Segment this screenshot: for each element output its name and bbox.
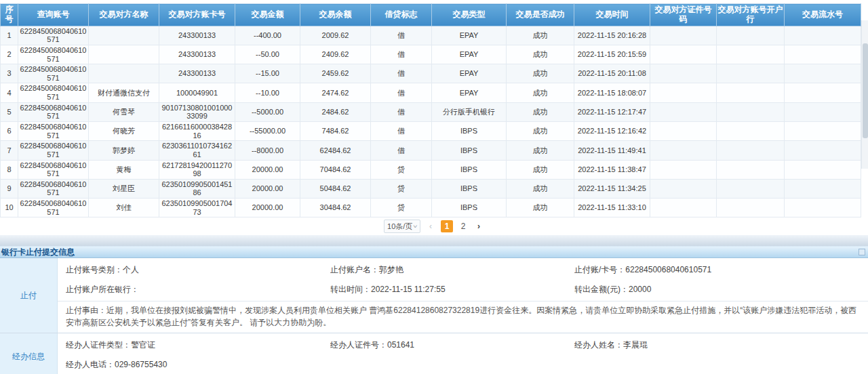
table-cell: 2022-11-15 20:16:28 — [574, 26, 650, 45]
stop-payment-reason-text: 止付事由：近期，我单位在接报刘妮被骗警情中，发现涉案人员利用贵单位相关账户 曹鸿… — [58, 301, 868, 333]
table-cell — [785, 102, 861, 121]
table-cell: 9010713080100100033099 — [159, 102, 235, 121]
table-cell: 成功 — [507, 45, 574, 64]
pagination-bar: 10条/页 ˅ ‹ 1 2 › — [0, 217, 868, 235]
stop-payment-section: 银行卡止付提交信息 止付 止付账号类别：个人 止付账户名：郭梦艳 止付账/卡号：… — [0, 246, 868, 374]
table-cell: 成功 — [507, 83, 574, 102]
field-card-number: 止付账/卡号：6228450068040610571 — [574, 264, 864, 276]
table-cell: 6230361101073416261 — [159, 141, 235, 160]
table-cell: 刘星臣 — [89, 179, 159, 198]
page-button-1[interactable]: 1 — [441, 220, 453, 232]
table-row[interactable]: 36228450068040610571243300133--15.002459… — [1, 64, 861, 83]
column-header: 序号 — [1, 4, 18, 26]
table-cell: 30484.62 — [300, 199, 371, 217]
table-cell: 何晓芳 — [89, 122, 159, 141]
table-row[interactable]: 56228450068040610571何雪琴90107130801001000… — [1, 102, 861, 121]
table-cell — [785, 45, 861, 64]
page-size-select[interactable]: 10条/页 ˅ — [384, 220, 420, 233]
table-cell: 贷 — [371, 160, 432, 179]
column-header: 交易类型 — [432, 4, 507, 26]
column-header: 查询账号 — [18, 4, 89, 26]
table-cell: 6228450068040610571 — [18, 64, 89, 83]
table-cell: 成功 — [507, 26, 574, 45]
table-cell: 分行版手机银行 — [432, 102, 507, 121]
transactions-table: 序号查询账号交易对方名称交易对方账卡号交易金额交易余额借贷标志交易类型交易是否成… — [0, 3, 861, 217]
table-row[interactable]: 16228450068040610571243300133--400.00200… — [1, 26, 861, 45]
table-cell — [785, 64, 861, 83]
table-cell: --8000.00 — [235, 141, 300, 160]
field-agent-phone: 经办人电话：029-86755430 — [66, 359, 330, 371]
table-cell: --15.00 — [235, 64, 300, 83]
stop-payment-body: 止付 止付账号类别：个人 止付账户名：郭梦艳 止付账/卡号：6228450068… — [0, 258, 868, 374]
table-row[interactable]: 106228450068040610571刘佳62350109905001704… — [1, 199, 861, 217]
table-cell — [650, 64, 717, 83]
table-cell: IBPS — [432, 199, 507, 217]
table-cell: 6228450068040610571 — [18, 160, 89, 179]
table-cell: 2484.62 — [300, 102, 371, 121]
table-cell: IBPS — [432, 179, 507, 198]
table-cell: 1 — [1, 26, 18, 45]
table-cell: 2022-11-15 12:17:47 — [574, 102, 650, 121]
table-cell: 2022-11-15 18:08:07 — [574, 83, 650, 102]
table-cell: 2022-11-15 11:34:25 — [574, 179, 650, 198]
table-cell: 成功 — [507, 160, 574, 179]
table-cell: 6 — [1, 122, 18, 141]
table-row[interactable]: 96228450068040610571刘星臣62350109905001451… — [1, 179, 861, 198]
table-row[interactable]: 66228450068040610571何晓芳62166116000038428… — [1, 122, 861, 141]
table-cell — [717, 45, 785, 64]
table-cell: 2 — [1, 45, 18, 64]
page-button-2[interactable]: 2 — [458, 220, 469, 232]
table-cell: 借 — [371, 26, 432, 45]
agent-info-group-label: 经办信息 — [0, 333, 58, 374]
table-cell — [650, 26, 717, 45]
table-cell: 20000.00 — [235, 160, 300, 179]
table-cell: 20000.00 — [235, 179, 300, 198]
table-cell: 5 — [1, 102, 18, 121]
table-cell: 成功 — [507, 64, 574, 83]
next-page-button[interactable]: › — [473, 220, 484, 232]
table-cell: 成功 — [507, 102, 574, 121]
table-row[interactable]: 86228450068040610571黄梅621728194200112709… — [1, 160, 861, 179]
column-header: 交易流水号 — [785, 4, 861, 26]
transactions-panel: 序号查询账号交易对方名称交易对方账卡号交易金额交易余额借贷标志交易类型交易是否成… — [0, 0, 868, 235]
column-header: 借贷标志 — [371, 4, 432, 26]
prev-page-button[interactable]: ‹ — [425, 220, 436, 232]
field-agent-name: 经办人姓名：李晨琨 — [574, 339, 864, 351]
table-cell: 6228450068040610571 — [18, 199, 89, 217]
table-cell: 借 — [371, 64, 432, 83]
table-cell — [785, 122, 861, 141]
table-cell: 刘佳 — [89, 199, 159, 217]
table-cell: 4 — [1, 83, 18, 102]
column-header: 交易对方账号开户行 — [717, 4, 785, 26]
table-cell: 2459.62 — [300, 64, 371, 83]
table-cell: 7 — [1, 141, 18, 160]
table-cell — [89, 64, 159, 83]
scrollbar-thumb-icon[interactable] — [863, 43, 868, 138]
table-cell: 7484.62 — [300, 122, 371, 141]
collapse-icon[interactable] — [859, 249, 865, 255]
field-account-name: 止付账户名：郭梦艳 — [330, 264, 574, 276]
table-row[interactable]: 46228450068040610571财付通微信支付1000049901--1… — [1, 83, 861, 102]
table-cell — [785, 160, 861, 179]
table-row[interactable]: 26228450068040610571243300133--50.002409… — [1, 45, 861, 64]
table-cell: 2022-11-15 20:11:08 — [574, 64, 650, 83]
table-cell — [650, 122, 717, 141]
table-row[interactable]: 76228450068040610571郭梦婷62303611010734162… — [1, 141, 861, 160]
stop-payment-section-header: 银行卡止付提交信息 — [0, 246, 868, 258]
table-cell: IBPS — [432, 141, 507, 160]
field-agent-id-number: 经办人证件号：051641 — [330, 339, 574, 351]
table-scrollbar[interactable] — [861, 20, 868, 169]
table-cell: EPAY — [432, 45, 507, 64]
agent-info-fields: 经办人证件类型：警官证 经办人证件号：051641 经办人姓名：李晨琨 经办人电… — [58, 333, 868, 374]
column-header: 交易是否成功 — [507, 4, 574, 26]
table-cell: --55000.00 — [235, 122, 300, 141]
table-cell — [717, 64, 785, 83]
table-cell: --400.00 — [235, 26, 300, 45]
table-cell: 6235010990500170473 — [159, 199, 235, 217]
table-cell: 成功 — [507, 179, 574, 198]
table-cell — [89, 26, 159, 45]
table-cell: 2022-11-15 12:16:42 — [574, 122, 650, 141]
table-cell: 6216611600003842816 — [159, 122, 235, 141]
table-cell — [785, 199, 861, 217]
table-cell — [785, 26, 861, 45]
